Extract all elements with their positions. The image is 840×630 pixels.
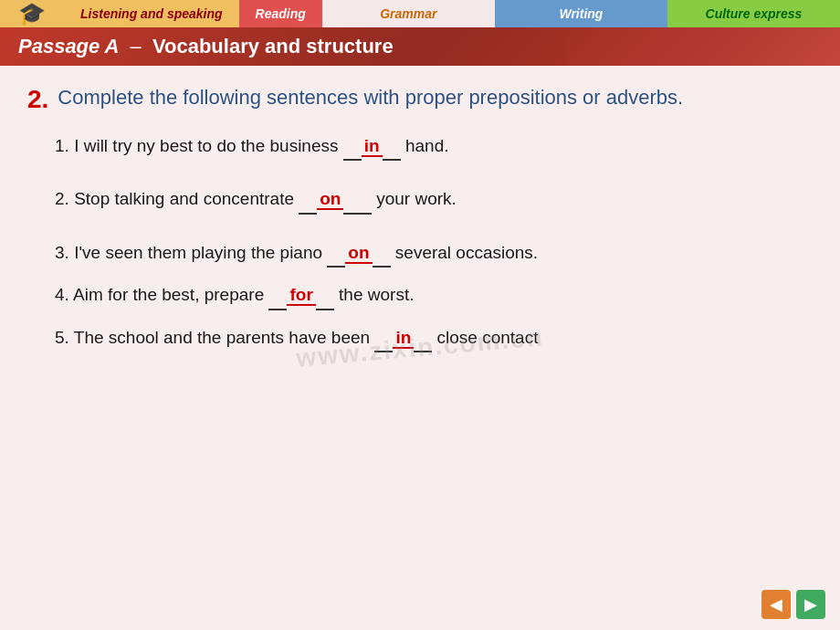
sentence-4-blank-after (316, 282, 334, 310)
sentence-1-num: 1. (55, 136, 69, 155)
title-separator: – (131, 35, 142, 58)
sentence-3-blank-after (373, 240, 391, 268)
sentence-5-blank-before (374, 325, 393, 353)
sentence-2-before: Stop talking and concentrate (74, 189, 294, 208)
sentence-2-blank-before (299, 186, 317, 215)
question-instruction: Complete the following sentences with pr… (58, 84, 683, 112)
prev-button[interactable]: ◀ (761, 590, 791, 619)
title-highlighted: Passage A (18, 35, 119, 58)
sentence-4-before: Aim for the best, prepare (73, 285, 264, 304)
sentence-1-blank-after (383, 133, 401, 162)
sentence-4: 4. Aim for the best, prepare for the wor… (55, 282, 803, 310)
sentence-5-answer: in (393, 328, 414, 349)
logo: 🎓 (0, 0, 64, 27)
page-title: Passage A – Vocabulary and structure (18, 35, 394, 58)
bottom-navigation: ◀ ▶ (761, 590, 825, 619)
sentence-1: 1. I will try ny best to do the business… (55, 133, 803, 162)
tab-grammar[interactable]: Grammar (322, 0, 495, 27)
top-navigation: 🎓 Listening and speaking Reading Grammar… (0, 0, 840, 27)
sentence-3-after: several occasions. (395, 243, 538, 262)
sentence-5: 5. The school and the parents have been … (55, 325, 803, 353)
next-button[interactable]: ▶ (796, 590, 825, 619)
sentence-3-before: I've seen them playing the piano (74, 243, 322, 262)
sentence-4-num: 4. (55, 285, 69, 304)
sentences-container: 1. I will try ny best to do the business… (55, 133, 803, 353)
sentence-2-after: your work. (376, 189, 457, 208)
sentence-2-num: 2. (55, 189, 69, 208)
sentence-1-after: hand. (405, 136, 449, 155)
sentence-2-answer: on (317, 189, 343, 210)
sentence-5-num: 5. (55, 328, 69, 347)
sentence-4-blank-before (268, 282, 287, 310)
sentence-1-answer: in (362, 136, 383, 157)
sentence-3-blank-before (327, 240, 345, 268)
sentence-1-before: I will try ny best to do the business (74, 136, 338, 155)
tab-culture[interactable]: Culture express (667, 0, 840, 27)
sentence-3: 3. I've seen them playing the piano on s… (55, 240, 803, 268)
header-banner: Passage A – Vocabulary and structure (0, 27, 840, 66)
sentence-5-after: close contact (437, 328, 539, 347)
title-rest: Vocabulary and structure (152, 35, 394, 58)
sentence-2-blank-after (343, 186, 371, 215)
main-content: www.zixin.com.cn 2. Complete the followi… (0, 66, 840, 630)
question-number: 2. (27, 84, 48, 115)
sentence-3-answer: on (345, 243, 372, 264)
sentence-4-answer: for (287, 285, 315, 306)
tab-writing[interactable]: Writing (495, 0, 667, 27)
sentence-1-blank-before (343, 133, 362, 162)
question-header: 2. Complete the following sentences with… (27, 84, 803, 115)
sentence-2: 2. Stop talking and concentrate on your … (55, 186, 803, 215)
nav-tabs: Listening and speaking Reading Grammar W… (64, 0, 840, 27)
tab-reading[interactable]: Reading (239, 0, 322, 27)
tab-listening[interactable]: Listening and speaking (64, 0, 239, 27)
sentence-3-num: 3. (55, 243, 69, 262)
sentence-4-after: the worst. (339, 285, 414, 304)
logo-icon: 🎓 (18, 1, 46, 26)
sentence-5-blank-after (414, 325, 432, 353)
sentence-5-before: The school and the parents have been (74, 328, 370, 347)
